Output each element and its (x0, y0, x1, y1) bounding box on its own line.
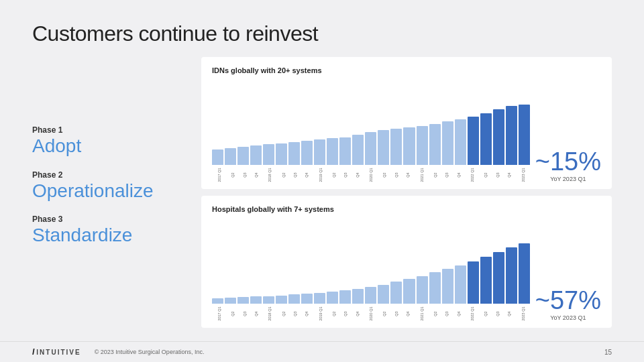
x-label: Q4 (451, 308, 466, 318)
bar (442, 121, 453, 165)
bar (417, 276, 428, 304)
bar-wrap (327, 138, 338, 165)
bar (468, 117, 479, 165)
bar-wrap (493, 109, 504, 165)
bar-wrap (276, 143, 287, 165)
x-label: 2021 Q1 (414, 168, 429, 182)
bar-wrap (417, 276, 428, 304)
content-area: Phase 1AdoptPhase 2OperationalizePhase 3… (0, 57, 644, 341)
bar-wrap (237, 147, 249, 165)
bar-wrap (390, 129, 402, 165)
bar-wrap (429, 124, 441, 165)
bar-wrap (352, 289, 364, 304)
x-label: 2023 Q1 (515, 168, 530, 182)
x-label: 2018 Q1 (262, 168, 277, 182)
bars-area-1: 2017 Q1Q2Q3Q42018 Q1Q2Q3Q42019 Q1Q2Q3Q42… (212, 243, 530, 321)
x-label: Q4 (400, 308, 415, 318)
x-label: 2021 Q1 (414, 306, 429, 320)
footer-copyright: © 2023 Intuitive Surgical Operations, In… (95, 349, 205, 355)
bar (506, 106, 517, 165)
bar-wrap (365, 132, 376, 165)
bar (237, 297, 249, 304)
bars-area-0: 2017 Q1Q2Q3Q42018 Q1Q2Q3Q42019 Q1Q2Q3Q42… (212, 105, 530, 182)
bar (390, 129, 402, 165)
bar (365, 132, 376, 165)
phase-label: Phase 3 (32, 215, 180, 224)
x-label: Q4 (502, 170, 517, 180)
bar (327, 138, 338, 165)
bar-wrap (250, 145, 262, 165)
bars-container-0 (212, 105, 530, 166)
stat-number-0: ~15% (535, 149, 601, 174)
bar-wrap (339, 137, 351, 165)
logo-text: INTUITIVE (36, 349, 80, 356)
phase-block: Phase 3Standardize (32, 215, 180, 246)
x-label: 2022 Q1 (465, 306, 480, 320)
chart-body-1: 2017 Q1Q2Q3Q42018 Q1Q2Q3Q42019 Q1Q2Q3Q42… (212, 219, 601, 321)
bar (327, 292, 338, 304)
stat-label-1: YoY 2023 Q1 (550, 314, 586, 321)
bar (212, 149, 223, 165)
bar (417, 126, 428, 165)
x-label: Q4 (451, 170, 466, 180)
bar (378, 285, 389, 304)
bar-wrap (417, 126, 428, 165)
bar-wrap (519, 105, 530, 165)
bar-wrap (288, 294, 300, 304)
bar-wrap (301, 141, 313, 165)
bar (480, 257, 492, 304)
footer-page: 15 (604, 349, 612, 356)
x-label: 2023 Q1 (515, 306, 530, 320)
x-label: 2022 Q1 (465, 168, 480, 182)
bar-wrap (455, 265, 466, 304)
x-labels-0: 2017 Q1Q2Q3Q42018 Q1Q2Q3Q42019 Q1Q2Q3Q42… (212, 168, 530, 182)
bars-container-1 (212, 243, 530, 305)
logo-i-icon: I (32, 347, 35, 357)
phase-name: Operationalize (32, 181, 180, 202)
bar-wrap (468, 117, 479, 165)
x-label: 2017 Q1 (212, 168, 227, 182)
bar (225, 148, 236, 165)
bar (339, 290, 351, 304)
bar (288, 294, 300, 304)
bar-wrap (288, 142, 300, 165)
bar (339, 137, 351, 165)
bar (378, 130, 389, 165)
bar-wrap (327, 292, 338, 304)
bar (365, 287, 376, 304)
bar (455, 265, 466, 304)
bar-wrap (352, 135, 364, 165)
bar (493, 109, 504, 165)
bar (455, 119, 466, 165)
bar-wrap (403, 127, 415, 165)
bar-wrap (314, 139, 325, 165)
bar (314, 293, 325, 304)
bar-wrap (365, 287, 376, 304)
bar (429, 272, 441, 304)
bar (519, 105, 530, 165)
bar (288, 142, 300, 165)
bar (442, 269, 453, 304)
bar-wrap (378, 130, 389, 165)
bar-wrap (480, 257, 492, 304)
bar-wrap (378, 285, 389, 304)
bar-wrap (519, 243, 530, 304)
bar (352, 289, 364, 304)
bar-wrap (390, 282, 402, 304)
stat-box-0: ~15%YoY 2023 Q1 (530, 149, 601, 182)
bar-wrap (468, 261, 479, 304)
chart-card-1: Hospitals globally with 7+ systems2017 Q… (201, 196, 612, 328)
slide: Customers continue to reinvest Phase 1Ad… (0, 0, 644, 362)
x-label: 2019 Q1 (313, 168, 327, 182)
bar-wrap (506, 106, 517, 165)
chart-title-0: IDNs globally with 20+ systems (212, 66, 601, 74)
bar (519, 243, 530, 304)
bar (403, 127, 415, 165)
bar-wrap (263, 144, 274, 165)
bar (250, 145, 262, 165)
x-label: 2017 Q1 (212, 306, 227, 320)
x-label: 2019 Q1 (313, 306, 327, 320)
bar (250, 296, 262, 304)
stat-number-1: ~57% (535, 288, 601, 313)
footer: I INTUITIVE © 2023 Intuitive Surgical Op… (0, 341, 644, 362)
